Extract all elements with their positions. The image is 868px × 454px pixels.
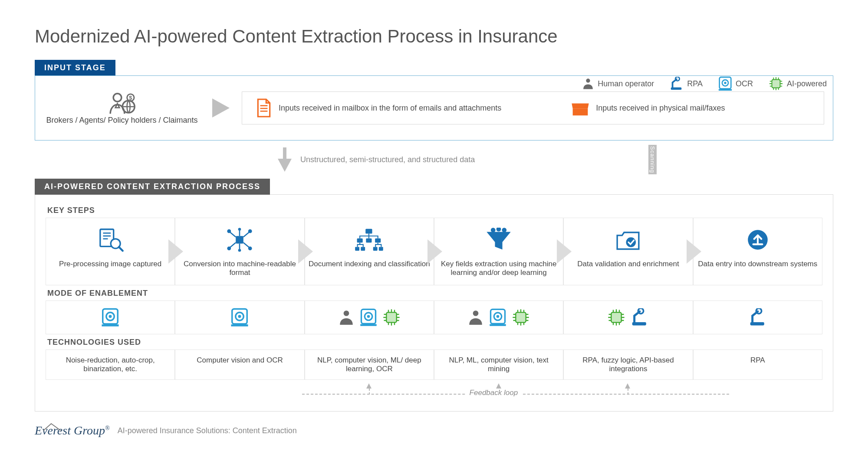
step-label: Data validation and enrichment [567, 260, 689, 268]
chevron-right-icon [687, 239, 701, 264]
mode-cell-6 [693, 300, 822, 334]
input-physical-label: Inputs received in physical mail/faxes [596, 104, 725, 113]
mode-cell-4 [434, 300, 563, 334]
arrow-right-icon [212, 98, 230, 118]
human-icon [467, 308, 484, 327]
arrow-up-icon [366, 383, 372, 389]
process-frame: KEY STEPS Pre-processing image captured … [35, 194, 833, 412]
network-node-icon [225, 227, 254, 252]
ocr-icon [101, 307, 119, 327]
chevron-right-icon [427, 239, 442, 264]
step-preprocessing: Pre-processing image captured [46, 218, 175, 285]
step-extraction: Key fields extraction using machine lear… [434, 218, 563, 285]
chevron-right-icon [168, 239, 183, 264]
mode-cell-5 [563, 300, 693, 334]
mode-cell-1 [46, 300, 175, 334]
tech-cell-1: Noise-reduction, auto-crop, binarization… [46, 349, 175, 380]
tech-cell-5: RPA, fuzzy logic, API-based integrations [563, 349, 693, 380]
row-label-tech: TECHNOLOGIES USED [47, 338, 822, 347]
ai-chip-icon [607, 308, 625, 327]
chevron-right-icon [557, 239, 572, 264]
section-tab-input: INPUT STAGE [35, 60, 115, 76]
upload-circle-icon [745, 228, 770, 252]
step-label: Pre-processing image captured [49, 260, 171, 268]
mode-cell-2 [175, 300, 304, 334]
magnify-doc-icon [96, 227, 124, 252]
step-conversion: Conversion into machine-readable format [175, 218, 304, 285]
arrow-down-icon [278, 147, 292, 172]
feedback-loop: Feedback loop [46, 381, 822, 401]
hierarchy-icon [354, 228, 385, 252]
key-steps-row: Pre-processing image captured Conversion… [46, 218, 822, 285]
input-sources-label: Brokers / Agents/ Policy holders / Claim… [46, 116, 197, 125]
input-stage-frame: Brokers / Agents/ Policy holders / Claim… [35, 75, 833, 140]
tech-cell-4: NLP, ML, computer vision, text mining [434, 349, 563, 380]
chevron-right-icon [298, 239, 313, 264]
page-title: Modernized AI-powered Content Extraction… [35, 26, 833, 47]
arrow-up-icon [625, 383, 630, 389]
step-classification: Document indexing and classification [305, 218, 434, 285]
tech-cell-3: NLP, computer vision, ML/ deep learning,… [305, 349, 434, 380]
step-label: Document indexing and classification [309, 260, 430, 268]
step-label: Conversion into machine-readable format [179, 260, 300, 277]
rpa-icon [631, 308, 649, 327]
input-email-cell: Inputs received in mailbox in the form o… [255, 98, 501, 118]
input-channels-box: Inputs received in mailbox in the form o… [242, 91, 824, 124]
tech-cell-2: Computer vision and OCR [175, 349, 304, 380]
document-icon [255, 98, 273, 118]
ocr-icon [489, 308, 506, 327]
step-label: Data entry into downstream systems [697, 260, 819, 268]
broker-globe-icon [105, 91, 139, 116]
step-label: Key fields extraction using machine lear… [438, 260, 559, 277]
ai-chip-icon [512, 308, 530, 327]
scanning-label: Scanning [648, 145, 657, 174]
section-tab-process: AI-POWERED CONTENT EXTRACTION PROCESS [35, 179, 270, 195]
tech-cell-6: RPA [693, 349, 822, 380]
input-email-label: Inputs received in mailbox in the form o… [279, 104, 501, 113]
human-icon [338, 308, 355, 327]
row-label-key-steps: KEY STEPS [47, 206, 822, 215]
footer-subtitle: AI-powered Insurance Solutions: Content … [118, 426, 297, 435]
row-label-mode: MODE OF ENABLEMENT [47, 289, 822, 298]
folder-check-icon [614, 229, 642, 251]
feedback-label: Feedback loop [465, 389, 523, 397]
mid-annotation-label: Unstructured, semi-structured, and struc… [300, 155, 475, 164]
footer: Everest Group® AI-powered Insurance Solu… [35, 424, 297, 438]
step-validation: Data validation and enrichment [563, 218, 693, 285]
mode-cell-3 [305, 300, 434, 334]
input-physical-cell: Inputs received in physical mail/faxes [571, 99, 725, 117]
mid-annotation-row: Unstructured, semi-structured, and struc… [278, 145, 833, 174]
funnel-icon [485, 228, 513, 252]
ocr-icon [230, 307, 249, 327]
ocr-icon [360, 308, 377, 327]
ai-chip-icon [382, 308, 401, 327]
tech-row: Noise-reduction, auto-crop, binarization… [46, 349, 822, 380]
roof-icon [43, 422, 69, 431]
arrow-up-icon [496, 383, 501, 389]
mail-tray-icon [571, 99, 590, 117]
input-sources-block: Brokers / Agents/ Policy holders / Claim… [44, 91, 200, 125]
rpa-icon [749, 308, 767, 327]
everest-logo: Everest Group® [35, 424, 110, 438]
mode-row [46, 300, 822, 334]
step-data-entry: Data entry into downstream systems [693, 218, 822, 285]
registered-mark: ® [105, 425, 110, 431]
